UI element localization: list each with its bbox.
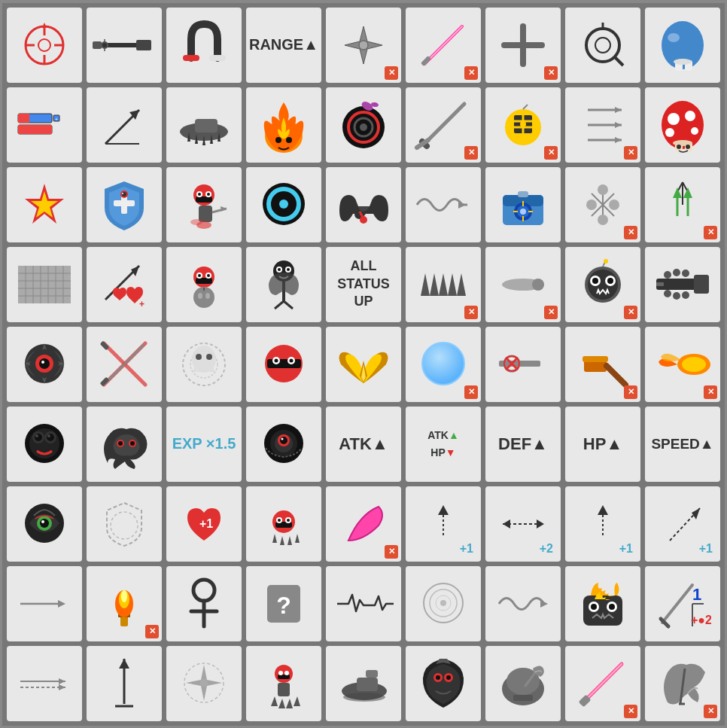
cell-boomerang[interactable] xyxy=(326,486,401,562)
cell-speed-up[interactable]: SPEED▲ xyxy=(645,407,720,482)
cell-torch[interactable] xyxy=(87,566,162,641)
svg-point-323 xyxy=(436,675,440,680)
cell-laser-sword[interactable] xyxy=(406,8,481,83)
cell-shield-circle[interactable] xyxy=(87,486,162,562)
svg-marker-132 xyxy=(683,187,692,198)
cell-chest-target[interactable] xyxy=(485,167,561,242)
cell-wave-arrow[interactable] xyxy=(406,167,481,242)
cell-range-up[interactable]: RANGE▲ xyxy=(246,8,321,83)
cell-reaper-flag[interactable] xyxy=(645,646,720,721)
cell-ninja-small[interactable] xyxy=(246,646,321,721)
cell-atk-hp[interactable]: ATK▲ HP▼ xyxy=(406,407,481,482)
cell-shuriken[interactable] xyxy=(326,8,401,83)
svg-point-290 xyxy=(591,604,597,610)
cell-shuriken-circle[interactable] xyxy=(166,646,242,721)
cell-plus-sign[interactable] xyxy=(485,8,561,83)
cell-sniper-no[interactable] xyxy=(485,327,561,402)
cell-eye-monster[interactable] xyxy=(246,407,321,482)
cell-arrow-slope[interactable] xyxy=(87,87,162,163)
cell-heart-plus1[interactable]: +1 xyxy=(166,486,242,562)
cell-sniper[interactable] xyxy=(87,8,162,83)
cell-ninja-spikes[interactable] xyxy=(246,486,321,562)
cell-arrow-lr-2[interactable]: +2 xyxy=(485,486,561,562)
plus2-label: +2 xyxy=(540,542,553,556)
cell-scope[interactable] xyxy=(565,8,640,83)
cell-dark-ball[interactable] xyxy=(7,407,82,482)
cell-fire-monster[interactable] xyxy=(565,566,640,641)
cell-dark-knight[interactable] xyxy=(406,646,481,721)
cell-mushroom-blue[interactable] xyxy=(645,8,720,83)
cell-helmet-axe[interactable] xyxy=(485,646,561,721)
svg-point-256 xyxy=(287,519,290,522)
svg-marker-269 xyxy=(692,508,700,519)
cell-arrow-up-bottom[interactable] xyxy=(87,646,162,721)
svg-marker-301 xyxy=(59,684,65,690)
svg-marker-259 xyxy=(287,536,292,545)
cell-up-arrows[interactable] xyxy=(645,167,720,242)
cell-exp-multiplier[interactable]: EXP ×1.5 xyxy=(166,407,242,482)
cell-spikes-row[interactable] xyxy=(406,247,481,322)
cell-all-status-up[interactable]: ALLSTATUSUP xyxy=(326,247,401,322)
cell-wave-right[interactable] xyxy=(485,566,561,641)
svg-point-232 xyxy=(47,434,54,441)
cell-hp-up[interactable]: HP▲ xyxy=(565,407,640,482)
cell-bullet[interactable] xyxy=(485,247,561,322)
svg-point-249 xyxy=(111,512,138,539)
cell-double-arrow[interactable] xyxy=(7,646,82,721)
cell-arrow-right[interactable] xyxy=(7,566,82,641)
cell-ninja-shooting[interactable] xyxy=(166,167,242,242)
cell-hp-bar[interactable]: + xyxy=(7,87,82,163)
speed-label: SPEED▲ xyxy=(651,436,713,452)
cell-ice-orb[interactable] xyxy=(406,327,481,402)
svg-point-238 xyxy=(130,441,135,446)
cell-mushroom-red[interactable] xyxy=(645,87,720,163)
cell-ghost-whirl[interactable] xyxy=(166,327,242,402)
cell-crosshair[interactable] xyxy=(7,8,82,83)
cell-molecule[interactable] xyxy=(565,167,640,242)
cell-atk-up[interactable]: ATK▲ xyxy=(326,407,401,482)
cell-meteor[interactable] xyxy=(645,327,720,402)
cell-shoe-shadow[interactable] xyxy=(326,646,401,721)
cell-ankh[interactable] xyxy=(166,566,242,641)
cell-shield-knight[interactable] xyxy=(87,167,162,242)
cell-arrow-diag-1[interactable]: +1 xyxy=(645,486,720,562)
cell-skull-bomb[interactable] xyxy=(565,247,640,322)
cell-cross-bomb[interactable] xyxy=(485,87,561,163)
cell-magnet[interactable] xyxy=(166,8,242,83)
cell-arrow-up-1b[interactable]: +1 xyxy=(565,486,640,562)
cell-wings-gold[interactable] xyxy=(326,327,401,402)
cell-arrow-up-1[interactable]: +1 xyxy=(406,486,481,562)
svg-rect-287 xyxy=(583,595,622,626)
cell-arrow-heart[interactable]: + xyxy=(87,247,162,322)
cell-grey-texture[interactable] xyxy=(7,247,82,322)
cell-muscle-arms[interactable] xyxy=(326,167,401,242)
svg-point-84 xyxy=(686,145,690,149)
cell-ninja-grenade[interactable] xyxy=(166,247,242,322)
cell-circle-target[interactable] xyxy=(406,566,481,641)
cell-long-sword[interactable] xyxy=(406,87,481,163)
svg-line-25 xyxy=(614,56,623,65)
cell-heartbeat[interactable] xyxy=(326,566,401,641)
cell-dragon[interactable] xyxy=(87,407,162,482)
cell-spike-shoes[interactable] xyxy=(166,87,242,163)
cell-disc-blade[interactable] xyxy=(246,167,321,242)
cell-sword-cross[interactable] xyxy=(87,327,162,402)
cell-question[interactable]: ? xyxy=(246,566,321,641)
cell-spike-eye[interactable] xyxy=(7,327,82,402)
cell-lightsaber[interactable] xyxy=(565,646,640,721)
cell-def-up[interactable]: DEF▲ xyxy=(485,407,561,482)
cell-demon-eye[interactable] xyxy=(7,486,82,562)
svg-marker-166 xyxy=(430,273,439,296)
cell-spark[interactable] xyxy=(7,167,82,242)
svg-point-91 xyxy=(122,193,123,194)
cell-sword-count[interactable]: 1 +●2 xyxy=(645,566,720,641)
cell-gatling[interactable] xyxy=(645,247,720,322)
svg-marker-70 xyxy=(615,107,622,113)
cell-hammer[interactable] xyxy=(565,327,640,402)
cell-flame-head[interactable] xyxy=(246,87,321,163)
svg-rect-328 xyxy=(513,695,533,701)
cell-ninja-mask[interactable] xyxy=(246,327,321,402)
cell-reaper[interactable] xyxy=(246,247,321,322)
cell-triple-arrow[interactable] xyxy=(565,87,640,163)
cell-vinyl-bomb[interactable] xyxy=(326,87,401,163)
